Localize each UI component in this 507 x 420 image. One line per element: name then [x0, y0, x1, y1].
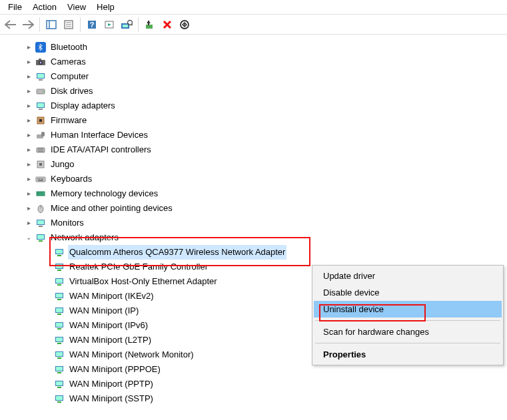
tree-item-disk-drives[interactable]: ▸Disk drives [9, 84, 507, 99]
camera-icon [35, 56, 47, 68]
toolbar: ? [0, 15, 507, 35]
network-adapter-icon [53, 276, 65, 288]
tree-item-bluetooth[interactable]: ▸Bluetooth [9, 40, 507, 55]
jungo-icon [35, 158, 47, 170]
svg-rect-73 [57, 299, 61, 300]
svg-line-13 [131, 24, 133, 25]
tree-item-network-adapter[interactable]: ▸Qualcomm Atheros QCA9377 Wireless Netwo… [9, 245, 507, 260]
network-adapter-icon [53, 261, 65, 273]
svg-rect-64 [57, 255, 61, 256]
svg-rect-67 [57, 270, 61, 271]
menu-action[interactable]: Action [29, 2, 63, 12]
tree-label: Keyboards [49, 172, 93, 186]
tree-label: Realtek PCIe GbE Family Controller [68, 260, 209, 274]
tree-label: Monitors [49, 216, 85, 230]
tree-label: Firmware [49, 113, 88, 128]
tree-item-network-adapter[interactable]: ▸WAN Miniport (SSTP) [9, 391, 507, 406]
ctx-update-driver[interactable]: Update driver [314, 268, 502, 284]
tree-label: WAN Miniport (PPTP) [68, 377, 155, 391]
tree-item-memory-tech[interactable]: ▸Memory technology devices [9, 186, 507, 201]
svg-rect-28 [37, 74, 44, 78]
tree-item-network-adapters[interactable]: ⌄Network adapters [9, 230, 507, 245]
ctx-disable-device[interactable]: Disable device [314, 284, 502, 301]
tree-item-display-adapters[interactable]: ▸Display adapters [9, 99, 507, 113]
tree-label: Mice and other pointing devices [49, 201, 174, 216]
ctx-uninstall-device[interactable]: Uninstall device [314, 301, 502, 317]
help-button[interactable]: ? [84, 17, 100, 33]
svg-rect-63 [56, 250, 63, 254]
tree-item-jungo[interactable]: ▸Jungo [9, 157, 507, 172]
svg-rect-60 [37, 235, 44, 239]
tree-label: VirtualBox Host-Only Ethernet Adapter [68, 274, 219, 289]
hid-icon [35, 129, 47, 141]
menu-file[interactable]: File [4, 2, 29, 12]
tree-label: Cameras [49, 55, 87, 69]
ide-icon [35, 144, 47, 156]
network-adapter-icon [53, 246, 65, 258]
tree-item-mice[interactable]: ▸Mice and other pointing devices [9, 201, 507, 216]
svg-rect-46 [39, 178, 41, 180]
uninstall-device-button[interactable] [159, 17, 175, 33]
network-adapter-icon [53, 334, 65, 346]
tree-label: Memory technology devices [49, 186, 159, 201]
show-hide-console-tree-button[interactable] [43, 17, 59, 33]
tree-item-cameras[interactable]: ▸Cameras [9, 55, 507, 69]
svg-rect-0 [47, 21, 56, 29]
ctx-properties[interactable]: Properties [314, 346, 502, 363]
tree-label: Human Interface Devices [49, 128, 149, 142]
tree-label: WAN Miniport (PPPOE) [68, 362, 162, 377]
tree-item-ide[interactable]: ▸IDE ATA/ATAPI controllers [9, 142, 507, 157]
svg-rect-72 [56, 294, 63, 298]
network-adapter-icon [53, 349, 65, 361]
tree-item-hid[interactable]: ▸Human Interface Devices [9, 128, 507, 142]
tree-label: WAN Miniport (IP) [68, 304, 140, 318]
action-button[interactable] [101, 17, 117, 33]
svg-rect-61 [39, 240, 43, 242]
svg-rect-34 [39, 108, 43, 110]
forward-button[interactable] [20, 17, 36, 33]
tree-label: WAN Miniport (Network Monitor) [68, 347, 195, 362]
svg-rect-79 [57, 328, 61, 329]
scan-hardware-button[interactable] [119, 17, 135, 33]
tree-item-keyboards[interactable]: ▸Keyboards [9, 172, 507, 186]
tree-item-firmware[interactable]: ▸Firmware [9, 113, 507, 128]
tree-label: WAN Miniport (IKEv2) [68, 289, 155, 304]
disk-icon [35, 85, 47, 97]
svg-rect-38 [41, 132, 45, 136]
svg-point-31 [43, 91, 44, 93]
disable-device-button[interactable] [177, 17, 193, 33]
svg-rect-87 [56, 367, 63, 371]
menu-view[interactable]: View [63, 2, 93, 12]
svg-rect-29 [39, 79, 43, 81]
menu-help[interactable]: Help [93, 2, 121, 12]
ctx-scan-hardware[interactable]: Scan for hardware changes [314, 323, 502, 340]
tree-item-computer[interactable]: ▸Computer [9, 69, 507, 84]
svg-rect-33 [37, 103, 44, 107]
svg-rect-88 [57, 372, 61, 373]
update-driver-button[interactable] [142, 17, 158, 33]
back-button[interactable] [3, 17, 19, 33]
svg-point-25 [40, 62, 42, 64]
ctx-separator [315, 320, 500, 321]
svg-marker-9 [108, 23, 111, 26]
svg-rect-81 [56, 337, 63, 341]
tree-item-monitors[interactable]: ▸Monitors [9, 216, 507, 230]
properties-button[interactable] [61, 17, 77, 33]
computer-icon [35, 71, 47, 83]
svg-rect-70 [57, 284, 61, 286]
svg-rect-66 [56, 264, 63, 268]
svg-rect-45 [37, 178, 39, 180]
svg-rect-78 [56, 323, 63, 327]
monitor-icon [35, 217, 47, 229]
svg-rect-39 [37, 148, 45, 152]
svg-rect-49 [38, 180, 43, 181]
tree-item-network-adapter[interactable]: ▸WAN Miniport (PPTP) [9, 377, 507, 391]
svg-text:?: ? [90, 21, 95, 29]
tree-label: Computer [49, 69, 90, 84]
svg-rect-58 [39, 226, 43, 227]
network-adapter-icon [53, 290, 65, 302]
svg-marker-16 [147, 21, 151, 23]
network-adapter-icon [53, 305, 65, 317]
tree-label: WAN Miniport (L2TP) [68, 333, 153, 347]
svg-rect-47 [41, 178, 42, 180]
